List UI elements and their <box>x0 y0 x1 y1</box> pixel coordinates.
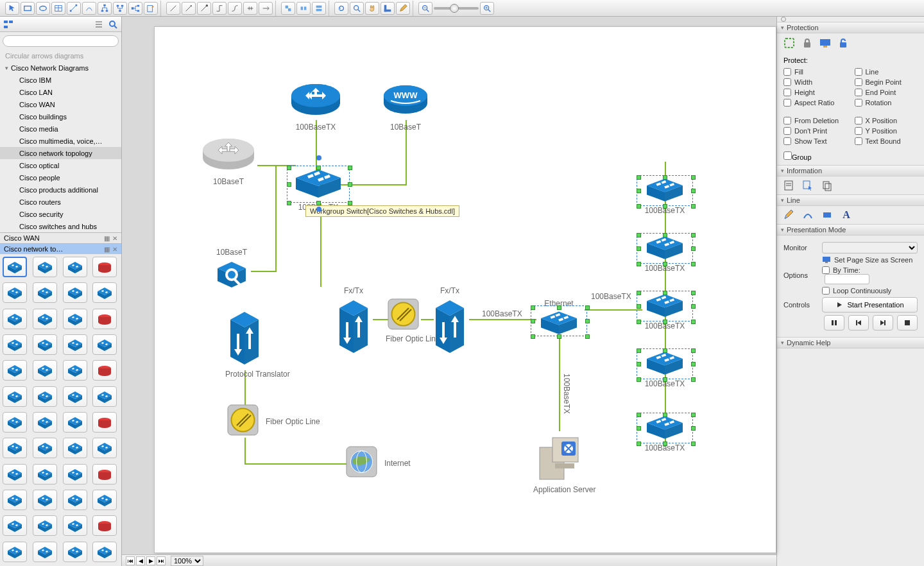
stencil-item[interactable] <box>92 438 117 458</box>
protection-resize-icon[interactable] <box>782 36 796 50</box>
protect-checkbox[interactable]: Fill <box>783 68 847 76</box>
stencil-item[interactable] <box>33 515 57 536</box>
search-icon[interactable] <box>107 19 119 30</box>
tool-connector-a[interactable] <box>67 2 81 15</box>
protection-screen-icon[interactable] <box>818 36 832 50</box>
protect-checkbox[interactable]: Don't Print <box>783 127 847 135</box>
line-curve-icon[interactable] <box>801 209 814 221</box>
stencil-item[interactable] <box>3 464 27 485</box>
protection-unlock-icon[interactable] <box>836 36 850 50</box>
align-1[interactable] <box>281 2 295 15</box>
tool-connector-b[interactable] <box>82 2 96 15</box>
protect-group[interactable]: Group <box>783 153 812 161</box>
protect-checkbox[interactable]: Rotation <box>855 99 918 107</box>
stencil-item[interactable] <box>3 282 27 303</box>
line-style-4[interactable] <box>212 2 227 15</box>
zoom-out-btn[interactable] <box>418 2 432 15</box>
tool-tree-b[interactable] <box>113 2 127 15</box>
stencil-item[interactable] <box>92 490 117 510</box>
diagram-canvas[interactable]: 100BaseTXWWW10BaseT10BaseT100BaseTX10Bas… <box>154 26 776 553</box>
line-style-3[interactable] <box>197 2 211 15</box>
tool-refresh[interactable] <box>334 2 348 15</box>
tree-item[interactable]: Cisco WAN <box>0 98 121 110</box>
zoom-slider[interactable] <box>434 7 479 10</box>
stencil-item[interactable] <box>92 334 117 355</box>
pres-pause-button[interactable] <box>824 315 844 330</box>
line-style-2[interactable] <box>182 2 196 15</box>
stencil-item[interactable] <box>3 542 27 562</box>
node-fx1[interactable]: Fx/Tx <box>334 284 373 356</box>
set-page-checkbox[interactable]: Set Page Size as Screen <box>822 256 918 264</box>
zoom-in-btn[interactable] <box>480 2 494 15</box>
node-lookup[interactable]: 10BaseT <box>212 245 251 290</box>
protect-checkbox[interactable]: Height <box>783 89 847 96</box>
align-2[interactable] <box>296 2 311 15</box>
stencil-item[interactable] <box>92 282 117 303</box>
protect-checkbox[interactable]: Width <box>783 78 847 86</box>
stencil-item[interactable] <box>92 257 117 277</box>
line-style-7[interactable] <box>259 2 273 15</box>
by-time-input[interactable] <box>825 274 869 284</box>
stencil-item[interactable] <box>3 490 27 510</box>
node-router-gray[interactable]: 10BaseT <box>200 136 257 186</box>
stencil-item[interactable] <box>92 515 117 536</box>
outline-icon[interactable] <box>3 19 14 30</box>
stencil-item[interactable] <box>3 412 27 433</box>
stencil-item[interactable] <box>3 257 27 277</box>
tree-item[interactable]: Cisco optical <box>0 159 121 171</box>
tool-pointer[interactable] <box>5 2 19 15</box>
tree-item[interactable]: Cisco products additional <box>0 184 121 196</box>
stencil-item[interactable] <box>63 464 87 485</box>
tree-item[interactable]: Circular arrows diagrams <box>0 49 121 62</box>
stencil-item[interactable] <box>63 490 87 510</box>
stencil-item[interactable] <box>3 309 27 329</box>
stencil-item[interactable] <box>63 360 87 381</box>
line-pen-icon[interactable] <box>782 209 795 221</box>
protect-checkbox[interactable]: Line <box>855 68 918 76</box>
pres-stop-button[interactable] <box>897 315 918 330</box>
page-nav[interactable]: ⏮ ◀ ▶ ⏭ <box>126 556 166 565</box>
pres-next-button[interactable] <box>873 315 893 330</box>
section-protection[interactable]: Protection <box>777 22 924 33</box>
page-first-icon[interactable]: ⏮ <box>126 556 135 565</box>
connector[interactable] <box>275 165 277 272</box>
page-last-icon[interactable]: ⏭ <box>157 556 166 565</box>
stencil-item[interactable] <box>92 386 117 407</box>
protection-lock-icon[interactable] <box>800 36 814 50</box>
stencil-item[interactable] <box>3 334 27 355</box>
stencil-item[interactable] <box>33 309 57 329</box>
tool-ellipse[interactable] <box>36 2 50 15</box>
line-style-5[interactable] <box>228 2 242 15</box>
stencil-item[interactable] <box>63 282 87 303</box>
line-rect-icon[interactable] <box>821 209 834 221</box>
stencil-item[interactable] <box>33 334 57 355</box>
connector[interactable] <box>469 319 536 320</box>
node-wwwcloud[interactable]: WWW10BaseT <box>379 81 432 132</box>
stencil-item[interactable] <box>63 438 87 458</box>
node-fx2[interactable]: Fx/Tx <box>431 284 469 356</box>
stencil-item[interactable] <box>33 282 57 303</box>
tree-item[interactable]: Cisco buildings <box>0 110 121 123</box>
connector[interactable] <box>244 438 246 463</box>
stencil-item[interactable] <box>33 360 57 381</box>
tool-rect[interactable] <box>21 2 35 15</box>
stencil-item[interactable] <box>63 309 87 329</box>
tree-parent[interactable]: Cisco Network Diagrams <box>0 62 121 74</box>
section-line[interactable]: Line <box>777 194 924 206</box>
info-page-icon[interactable] <box>782 179 795 192</box>
stencil-item[interactable] <box>92 464 117 485</box>
tool-hand[interactable] <box>365 2 379 15</box>
align-3[interactable] <box>312 2 326 15</box>
stencil-item[interactable] <box>92 412 117 433</box>
connector[interactable] <box>585 309 642 311</box>
page-next-icon[interactable]: ▶ <box>146 556 155 565</box>
connector[interactable] <box>559 335 560 431</box>
section-information[interactable]: Information <box>777 165 924 176</box>
protect-checkbox[interactable]: Show Text <box>783 137 847 145</box>
library-search-input[interactable] <box>3 35 119 47</box>
stencil-item[interactable] <box>33 490 57 510</box>
tool-table[interactable] <box>51 2 65 15</box>
zoom-select[interactable]: 100% <box>171 556 203 566</box>
stencil-item[interactable] <box>33 412 57 433</box>
section-dynamic-help[interactable]: Dynamic Help <box>777 337 924 348</box>
